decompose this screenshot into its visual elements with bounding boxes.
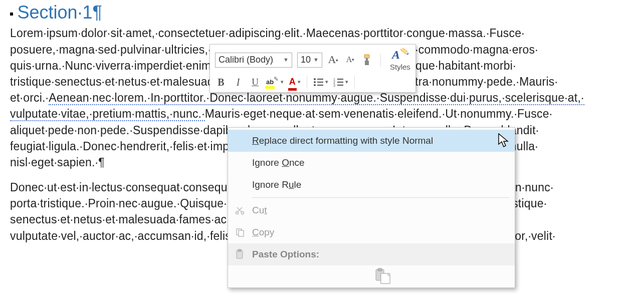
toolbar-separator <box>307 76 307 89</box>
mini-toolbar-row-2: B I U ab✎ ▾ A ▾ ▾ 123 ▾ <box>215 75 410 89</box>
mini-toolbar-row-1: Calibri (Body) ▼ 10 ▼ A▴ A▾ A <box>215 48 410 72</box>
menu-text: opy <box>259 227 275 237</box>
menu-paste-options[interactable]: Paste Options: <box>228 243 515 265</box>
menu-text: Paste Options: <box>252 248 507 261</box>
format-painter-button[interactable] <box>361 53 374 67</box>
svg-rect-0 <box>364 55 369 58</box>
mini-toolbar: Calibri (Body) ▼ 10 ▼ A▴ A▾ A <box>209 44 416 93</box>
menu-separator <box>252 197 510 198</box>
highlight-color-button[interactable]: ab✎ ▾ <box>266 75 284 89</box>
shrink-font-button[interactable]: A▾ <box>344 53 356 67</box>
svg-rect-1 <box>366 58 368 61</box>
menu-replace-formatting[interactable]: Replace direct formatting with style Nor… <box>228 130 515 152</box>
svg-rect-19 <box>239 230 244 236</box>
styles-button[interactable]: A Styles <box>390 48 410 72</box>
svg-text:A: A <box>391 48 400 61</box>
menu-text: C <box>252 227 259 237</box>
chevron-down-icon[interactable]: ▾ <box>281 78 284 86</box>
chevron-down-icon[interactable]: ▾ <box>345 78 348 86</box>
menu-text: Cu <box>252 205 264 215</box>
svg-rect-11 <box>337 79 343 80</box>
toolbar-separator <box>380 54 381 67</box>
menu-text: O <box>282 157 289 168</box>
svg-point-4 <box>314 78 316 80</box>
menu-cut: Cut <box>228 199 515 221</box>
menu-ignore-once[interactable]: Ignore Once <box>228 152 515 174</box>
svg-rect-23 <box>378 268 382 271</box>
font-size-selector[interactable]: 10 ▼ <box>297 53 322 68</box>
svg-rect-5 <box>317 79 323 80</box>
paste-icon <box>228 249 252 260</box>
styles-label: Styles <box>390 62 410 72</box>
svg-point-17 <box>242 212 244 214</box>
menu-text: Ignore R <box>252 179 289 190</box>
font-size-value: 10 <box>301 54 311 66</box>
menu-text: u <box>289 179 294 190</box>
menu-text: nce <box>289 157 305 168</box>
svg-text:3: 3 <box>333 84 335 87</box>
bold-button[interactable]: B <box>215 75 227 89</box>
font-name-selector[interactable]: Calibri (Body) ▼ <box>215 53 292 68</box>
svg-point-16 <box>236 212 239 214</box>
numbering-button[interactable]: 123 ▾ <box>333 75 348 89</box>
menu-text: R <box>252 135 259 146</box>
italic-button[interactable]: I <box>232 75 244 89</box>
menu-copy: Copy <box>228 221 515 243</box>
svg-rect-2 <box>365 61 369 65</box>
paste-option-keep-text[interactable] <box>228 265 515 285</box>
underline-button[interactable]: U <box>249 75 261 89</box>
svg-rect-13 <box>337 82 343 83</box>
font-name-value: Calibri (Body) <box>219 54 273 66</box>
svg-point-6 <box>314 81 316 83</box>
heading-section[interactable]: Section·1¶ <box>17 2 102 23</box>
chevron-down-icon[interactable]: ▼ <box>313 56 319 64</box>
menu-text: Ignore <box>252 157 282 168</box>
svg-point-8 <box>314 84 316 86</box>
svg-rect-9 <box>317 85 323 86</box>
copy-icon <box>228 227 252 237</box>
grow-font-button[interactable]: A▴ <box>327 53 339 67</box>
chevron-down-icon[interactable]: ▾ <box>325 78 328 86</box>
list-bullet <box>10 13 13 16</box>
menu-text: le <box>294 179 301 190</box>
scissors-icon <box>228 205 252 215</box>
toolbar-separator <box>354 76 355 89</box>
chevron-down-icon[interactable]: ▾ <box>298 78 301 86</box>
bullets-button[interactable]: ▾ <box>313 75 328 89</box>
context-menu: Replace direct formatting with style Nor… <box>228 127 515 288</box>
menu-ignore-rule[interactable]: Ignore Rule <box>228 174 515 196</box>
svg-rect-15 <box>337 85 343 86</box>
svg-rect-7 <box>317 82 323 83</box>
chevron-down-icon[interactable]: ▼ <box>283 56 289 64</box>
menu-text: eplace direct formatting with style Norm… <box>259 135 433 146</box>
svg-rect-21 <box>238 249 241 251</box>
menu-text: t <box>264 205 267 215</box>
font-color-button[interactable]: A ▾ <box>289 75 301 89</box>
